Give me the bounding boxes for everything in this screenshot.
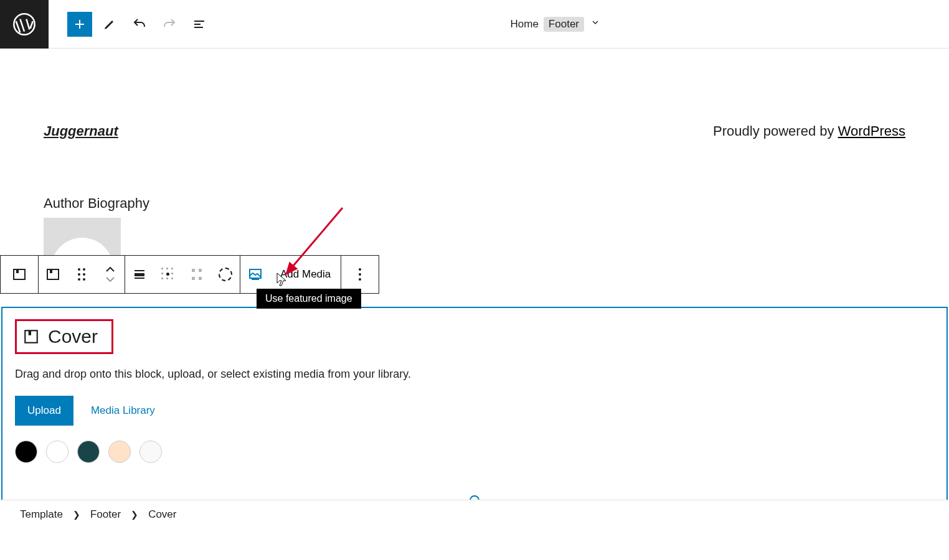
home-label[interactable]: Home (511, 18, 539, 30)
toolbar-right: Home Footer (511, 17, 950, 32)
cover-block-header: Cover (15, 319, 113, 354)
color-swatch-white[interactable] (46, 441, 68, 463)
color-swatch-black[interactable] (15, 441, 37, 463)
cover-block-title: Cover (48, 326, 98, 347)
cover-icon (45, 267, 60, 282)
media-library-link[interactable]: Media Library (91, 404, 155, 417)
upload-button[interactable]: Upload (15, 396, 73, 426)
breadcrumb-separator: ❯ (131, 510, 138, 520)
site-title-link[interactable]: Juggernaut (44, 123, 118, 139)
redo-icon (162, 17, 177, 32)
plus-icon (72, 17, 87, 32)
drag-icon (78, 268, 86, 281)
more-vertical-icon (359, 268, 361, 281)
color-swatch-light[interactable] (139, 441, 162, 463)
svg-rect-7 (135, 273, 144, 276)
redo-button[interactable] (157, 12, 182, 37)
svg-rect-5 (47, 269, 59, 279)
cover-block-actions: Upload Media Library (15, 396, 934, 426)
cover-block-placeholder[interactable]: Cover Drag and drop onto this block, upl… (1, 307, 948, 500)
list-view-icon (192, 17, 207, 32)
align-icon (132, 267, 147, 282)
position-grid-icon (161, 268, 175, 281)
undo-button[interactable] (127, 12, 152, 37)
svg-rect-2 (29, 330, 31, 335)
breadcrumb-bar: Template ❯ Footer ❯ Cover (0, 500, 949, 528)
undo-icon (132, 17, 147, 32)
add-block-button[interactable] (67, 12, 92, 37)
breadcrumb-footer[interactable]: Footer (90, 508, 121, 521)
svg-rect-3 (14, 269, 25, 279)
full-height-button[interactable] (182, 256, 211, 293)
drag-handle[interactable] (67, 256, 96, 293)
align-button[interactable] (125, 256, 154, 293)
pencil-icon (102, 17, 117, 32)
wordpress-link[interactable]: WordPress (838, 123, 905, 139)
wordpress-icon (12, 12, 37, 37)
color-swatch-peach[interactable] (108, 441, 131, 463)
template-part-badge[interactable]: Footer (544, 17, 584, 32)
breadcrumb-separator: ❯ (73, 510, 80, 520)
block-toolbar: Add Media (0, 255, 379, 294)
add-media-button[interactable]: Add Media (270, 256, 341, 293)
duotone-icon (219, 268, 232, 281)
svg-rect-6 (50, 269, 52, 273)
color-swatches (15, 441, 934, 463)
footer-row: Juggernaut Proudly powered by WordPress (0, 123, 949, 139)
duotone-button[interactable] (211, 256, 240, 293)
color-swatch-teal[interactable] (77, 441, 100, 463)
toolbar-left (49, 12, 212, 37)
move-arrows-icon (106, 267, 115, 282)
featured-image-icon (248, 267, 263, 282)
resize-handle[interactable] (470, 495, 479, 500)
edit-mode-button[interactable] (97, 12, 122, 37)
breadcrumb-template[interactable]: Template (20, 508, 63, 521)
powered-by-text: Proudly powered by WordPress (713, 123, 905, 139)
move-up-down-button[interactable] (96, 256, 125, 293)
cover-icon (23, 329, 39, 345)
full-height-icon (189, 267, 204, 282)
cover-block-description: Drag and drop onto this block, upload, o… (15, 368, 934, 381)
wordpress-logo[interactable] (0, 0, 49, 49)
author-biography-heading[interactable]: Author Biography (0, 195, 949, 212)
use-featured-image-button[interactable] (240, 256, 270, 293)
more-options-button[interactable] (341, 256, 379, 293)
author-avatar-placeholder[interactable] (44, 218, 121, 259)
list-view-button[interactable] (187, 12, 212, 37)
svg-rect-4 (16, 269, 19, 273)
breadcrumb-cover[interactable]: Cover (148, 508, 176, 521)
tooltip: Use featured image (257, 289, 361, 309)
content-position-button[interactable] (154, 256, 182, 293)
parent-block-button[interactable] (1, 256, 38, 293)
block-type-button[interactable] (39, 256, 67, 293)
parent-cover-icon (12, 267, 27, 282)
chevron-down-icon[interactable] (590, 17, 600, 30)
top-toolbar: Home Footer (0, 0, 949, 49)
